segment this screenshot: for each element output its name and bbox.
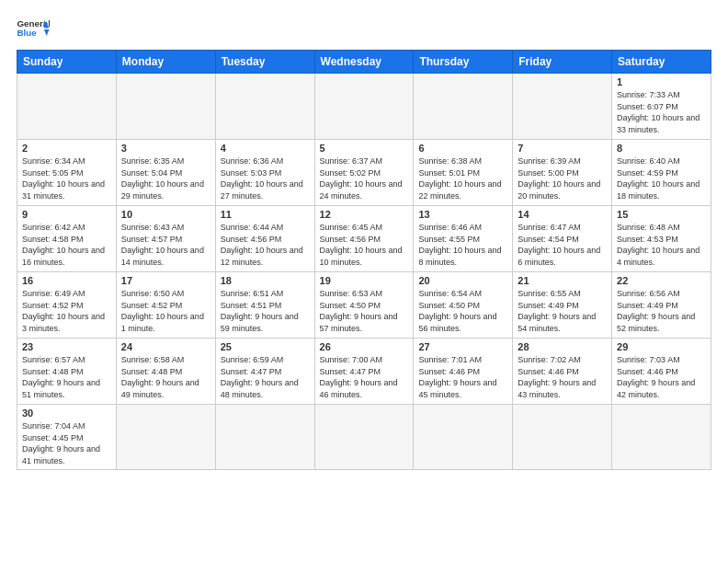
calendar-cell: 15Sunrise: 6:48 AM Sunset: 4:53 PM Dayli…	[612, 206, 711, 272]
day-info: Sunrise: 7:02 AM Sunset: 4:46 PM Dayligh…	[518, 354, 607, 400]
calendar-cell: 30Sunrise: 7:04 AM Sunset: 4:45 PM Dayli…	[17, 405, 117, 470]
day-info: Sunrise: 6:49 AM Sunset: 4:52 PM Dayligh…	[22, 288, 111, 334]
day-number: 25	[221, 341, 310, 352]
calendar-cell: 28Sunrise: 7:02 AM Sunset: 4:46 PM Dayli…	[513, 339, 612, 405]
calendar-header-friday: Friday	[513, 51, 612, 74]
calendar-cell: 5Sunrise: 6:37 AM Sunset: 5:02 PM Daylig…	[314, 140, 414, 206]
day-number: 27	[418, 341, 507, 352]
day-info: Sunrise: 6:55 AM Sunset: 4:49 PM Dayligh…	[518, 288, 607, 334]
calendar-cell	[116, 405, 215, 470]
day-info: Sunrise: 6:47 AM Sunset: 4:54 PM Dayligh…	[518, 222, 607, 268]
day-info: Sunrise: 6:44 AM Sunset: 4:56 PM Dayligh…	[221, 222, 310, 268]
calendar-cell: 12Sunrise: 6:45 AM Sunset: 4:56 PM Dayli…	[314, 206, 414, 272]
day-info: Sunrise: 6:53 AM Sunset: 4:50 PM Dayligh…	[320, 288, 409, 334]
calendar-cell	[116, 74, 215, 140]
calendar-header-tuesday: Tuesday	[215, 51, 314, 74]
calendar-cell: 16Sunrise: 6:49 AM Sunset: 4:52 PM Dayli…	[17, 272, 117, 339]
calendar-week-row: 30Sunrise: 7:04 AM Sunset: 4:45 PM Dayli…	[17, 405, 711, 470]
calendar-cell: 24Sunrise: 6:58 AM Sunset: 4:48 PM Dayli…	[116, 339, 215, 405]
logo: General Blue	[17, 17, 50, 42]
calendar-cell: 18Sunrise: 6:51 AM Sunset: 4:51 PM Dayli…	[215, 272, 314, 339]
calendar-cell: 26Sunrise: 7:00 AM Sunset: 4:47 PM Dayli…	[314, 339, 414, 405]
day-info: Sunrise: 6:45 AM Sunset: 4:56 PM Dayligh…	[320, 222, 409, 268]
calendar-week-row: 9Sunrise: 6:42 AM Sunset: 4:58 PM Daylig…	[17, 206, 711, 272]
day-number: 3	[121, 143, 210, 154]
day-number: 2	[22, 143, 111, 154]
calendar-cell: 14Sunrise: 6:47 AM Sunset: 4:54 PM Dayli…	[513, 206, 612, 272]
day-info: Sunrise: 6:59 AM Sunset: 4:47 PM Dayligh…	[221, 354, 310, 400]
day-number: 30	[22, 408, 111, 419]
calendar-cell: 27Sunrise: 7:01 AM Sunset: 4:46 PM Dayli…	[414, 339, 513, 405]
svg-marker-3	[44, 29, 50, 36]
day-info: Sunrise: 6:39 AM Sunset: 5:00 PM Dayligh…	[518, 155, 607, 201]
day-number: 28	[518, 341, 607, 352]
day-number: 7	[518, 143, 607, 154]
day-number: 13	[418, 209, 507, 220]
day-number: 15	[617, 209, 706, 220]
day-number: 5	[320, 143, 409, 154]
calendar-cell	[513, 405, 612, 470]
day-info: Sunrise: 6:34 AM Sunset: 5:05 PM Dayligh…	[22, 155, 111, 201]
day-number: 17	[121, 275, 210, 286]
day-number: 8	[617, 143, 706, 154]
calendar-cell	[314, 405, 414, 470]
day-info: Sunrise: 6:43 AM Sunset: 4:57 PM Dayligh…	[121, 222, 210, 268]
day-info: Sunrise: 6:35 AM Sunset: 5:04 PM Dayligh…	[121, 155, 210, 201]
day-info: Sunrise: 6:46 AM Sunset: 4:55 PM Dayligh…	[418, 222, 507, 268]
day-number: 20	[418, 275, 507, 286]
calendar-cell	[215, 405, 314, 470]
day-number: 4	[221, 143, 310, 154]
day-number: 24	[121, 341, 210, 352]
calendar-cell: 29Sunrise: 7:03 AM Sunset: 4:46 PM Dayli…	[612, 339, 711, 405]
calendar-cell: 17Sunrise: 6:50 AM Sunset: 4:52 PM Dayli…	[116, 272, 215, 339]
calendar-cell: 25Sunrise: 6:59 AM Sunset: 4:47 PM Dayli…	[215, 339, 314, 405]
day-number: 1	[617, 76, 706, 87]
day-number: 21	[518, 275, 607, 286]
day-number: 18	[221, 275, 310, 286]
day-number: 6	[418, 143, 507, 154]
calendar-cell: 13Sunrise: 6:46 AM Sunset: 4:55 PM Dayli…	[414, 206, 513, 272]
calendar-cell	[414, 405, 513, 470]
day-info: Sunrise: 6:50 AM Sunset: 4:52 PM Dayligh…	[121, 288, 210, 334]
day-info: Sunrise: 7:03 AM Sunset: 4:46 PM Dayligh…	[617, 354, 706, 400]
day-info: Sunrise: 7:04 AM Sunset: 4:45 PM Dayligh…	[22, 420, 111, 466]
calendar-cell: 7Sunrise: 6:39 AM Sunset: 5:00 PM Daylig…	[513, 140, 612, 206]
calendar-cell: 9Sunrise: 6:42 AM Sunset: 4:58 PM Daylig…	[17, 206, 117, 272]
day-number: 26	[320, 341, 409, 352]
day-info: Sunrise: 6:58 AM Sunset: 4:48 PM Dayligh…	[121, 354, 210, 400]
day-number: 29	[617, 341, 706, 352]
calendar-header-wednesday: Wednesday	[314, 51, 414, 74]
day-info: Sunrise: 6:57 AM Sunset: 4:48 PM Dayligh…	[22, 354, 111, 400]
calendar-header-monday: Monday	[116, 51, 215, 74]
calendar-week-row: 23Sunrise: 6:57 AM Sunset: 4:48 PM Dayli…	[17, 339, 711, 405]
calendar-cell: 3Sunrise: 6:35 AM Sunset: 5:04 PM Daylig…	[116, 140, 215, 206]
day-info: Sunrise: 6:37 AM Sunset: 5:02 PM Dayligh…	[320, 155, 409, 201]
calendar-cell: 11Sunrise: 6:44 AM Sunset: 4:56 PM Dayli…	[215, 206, 314, 272]
calendar-cell	[215, 74, 314, 140]
calendar-cell: 10Sunrise: 6:43 AM Sunset: 4:57 PM Dayli…	[116, 206, 215, 272]
logo-icon: General Blue	[17, 17, 50, 42]
svg-text:Blue: Blue	[17, 28, 38, 38]
calendar-cell: 1Sunrise: 7:33 AM Sunset: 6:07 PM Daylig…	[612, 74, 711, 140]
calendar-cell: 20Sunrise: 6:54 AM Sunset: 4:50 PM Dayli…	[414, 272, 513, 339]
calendar-week-row: 1Sunrise: 7:33 AM Sunset: 6:07 PM Daylig…	[17, 74, 711, 140]
calendar-cell: 4Sunrise: 6:36 AM Sunset: 5:03 PM Daylig…	[215, 140, 314, 206]
day-number: 11	[221, 209, 310, 220]
day-number: 23	[22, 341, 111, 352]
calendar-week-row: 2Sunrise: 6:34 AM Sunset: 5:05 PM Daylig…	[17, 140, 711, 206]
calendar-header-saturday: Saturday	[612, 51, 711, 74]
day-info: Sunrise: 7:33 AM Sunset: 6:07 PM Dayligh…	[617, 89, 706, 135]
day-info: Sunrise: 6:51 AM Sunset: 4:51 PM Dayligh…	[221, 288, 310, 334]
day-number: 10	[121, 209, 210, 220]
calendar-header-row: SundayMondayTuesdayWednesdayThursdayFrid…	[17, 51, 711, 74]
calendar-header-sunday: Sunday	[17, 51, 117, 74]
calendar-cell	[612, 405, 711, 470]
day-info: Sunrise: 7:01 AM Sunset: 4:46 PM Dayligh…	[418, 354, 507, 400]
day-info: Sunrise: 6:40 AM Sunset: 4:59 PM Dayligh…	[617, 155, 706, 201]
day-info: Sunrise: 6:38 AM Sunset: 5:01 PM Dayligh…	[418, 155, 507, 201]
calendar-week-row: 16Sunrise: 6:49 AM Sunset: 4:52 PM Dayli…	[17, 272, 711, 339]
day-info: Sunrise: 6:48 AM Sunset: 4:53 PM Dayligh…	[617, 222, 706, 268]
day-number: 16	[22, 275, 111, 286]
day-info: Sunrise: 6:56 AM Sunset: 4:49 PM Dayligh…	[617, 288, 706, 334]
calendar-cell: 22Sunrise: 6:56 AM Sunset: 4:49 PM Dayli…	[612, 272, 711, 339]
